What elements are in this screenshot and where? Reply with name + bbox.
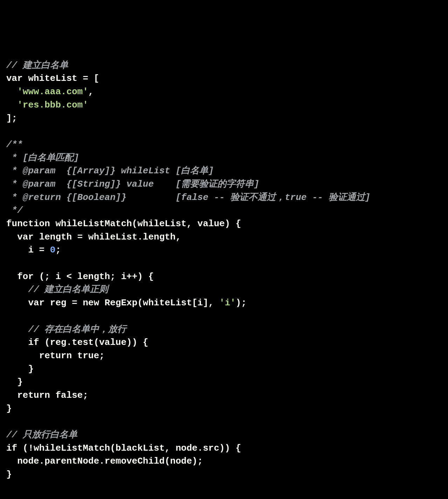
code-token: ]; (6, 113, 17, 124)
code-token: node.parentNode.removeChild(node); (6, 456, 203, 466)
code-line: * @return {[Boolean]} [false -- 验证不通过，tr… (6, 191, 442, 205)
code-token (50, 390, 56, 401)
code-line: function whileListMatch(whileList, value… (6, 217, 442, 231)
code-token: (reg.test(value)) { (39, 337, 148, 348)
code-token: * @param {[Array]} whileList [白名单] (6, 166, 214, 176)
code-line (6, 257, 442, 270)
code-token: } (6, 469, 12, 480)
code-line: } (6, 363, 442, 376)
code-token: 'res.bbb.com' (17, 100, 88, 110)
code-token (6, 298, 28, 308)
code-line: var whiteList = [ (6, 72, 442, 85)
code-line: // 存在白名单中，放行 (6, 323, 442, 337)
code-line: for (; i < length; i++) { (6, 270, 442, 284)
code-line: // 只放行白名单 (6, 429, 442, 442)
code-line: i = 0; (6, 244, 442, 257)
code-line: var reg = new RegExp(whiteList[i], 'i'); (6, 297, 442, 310)
code-line: // 建立白名单正则 (6, 283, 442, 297)
code-token: ; (55, 245, 61, 255)
code-line: if (reg.test(value)) { (6, 336, 442, 349)
code-token: } (6, 364, 34, 374)
code-token: * @return {[Boolean]} [false -- 验证不通过，tr… (6, 192, 370, 203)
code-line: if (!whileListMatch(blackList, node.src)… (6, 442, 442, 455)
code-line: // 建立白名单 (6, 59, 442, 72)
code-token: length = whileList.length, (34, 232, 181, 242)
code-line: * @param {[String]} value [需要验证的字符串] (6, 178, 442, 191)
code-line: * @param {[Array]} whileList [白名单] (6, 165, 442, 178)
code-token: // 存在白名单中，放行 (28, 324, 126, 335)
code-token: for (17, 271, 34, 282)
code-token (6, 86, 17, 97)
code-token: var (6, 73, 23, 84)
code-line: var length = whileList.length, (6, 231, 442, 244)
code-token: */ (6, 205, 23, 216)
code-token: var (28, 298, 44, 308)
code-token: (!whileListMatch(blackList, node.src)) { (17, 443, 241, 453)
code-token: // 建立白名单 (6, 60, 68, 71)
code-token (6, 284, 28, 295)
code-token: * [白名单匹配] (6, 153, 79, 163)
code-token (6, 271, 17, 282)
code-token: 0 (50, 245, 56, 255)
code-token: return (39, 351, 72, 361)
code-token: return (17, 390, 50, 401)
code-line: node.parentNode.removeChild(node); (6, 455, 442, 468)
code-token: , (88, 86, 94, 97)
code-line: /** (6, 138, 442, 152)
code-token (72, 351, 77, 361)
code-token: whileListMatch(whileList, value) { (50, 219, 241, 229)
code-token: if (28, 337, 39, 348)
code-line (6, 125, 442, 138)
code-token (6, 337, 28, 348)
code-token (6, 324, 28, 335)
code-line (6, 415, 442, 429)
code-token (6, 232, 17, 242)
code-line: * [白名单匹配] (6, 152, 442, 165)
code-token: reg = (44, 298, 83, 308)
code-token (6, 351, 39, 361)
code-token: i = (6, 245, 50, 255)
code-token: ; (83, 390, 88, 401)
code-line: return true; (6, 349, 442, 363)
code-line: return false; (6, 389, 442, 402)
code-token: (; i < length; i++) { (34, 271, 154, 282)
code-token: whiteList = [ (23, 73, 99, 84)
code-line: } (6, 376, 442, 389)
code-token: /** (6, 139, 23, 150)
code-line: 'res.bbb.com' (6, 99, 442, 112)
code-token: } (6, 377, 23, 387)
code-token: 'i' (219, 298, 236, 308)
code-token: } (6, 403, 12, 414)
code-token: RegExp(whiteList[i], (99, 298, 219, 308)
code-token: * @param {[String]} value [需要验证的字符串] (6, 179, 259, 189)
code-token: var (17, 232, 34, 242)
code-token: new (83, 298, 99, 308)
code-token: ); (236, 298, 246, 308)
code-token (6, 390, 17, 401)
code-line: } (6, 468, 442, 481)
code-block: // 建立白名单var whiteList = [ 'www.aaa.com',… (6, 59, 442, 481)
code-token: if (6, 443, 17, 453)
code-line: */ (6, 204, 442, 217)
code-line: ]; (6, 112, 442, 125)
code-line: } (6, 402, 442, 416)
code-token: false (55, 390, 83, 401)
code-token: // 只放行白名单 (6, 430, 77, 440)
code-token: function (6, 219, 50, 229)
code-token: true (77, 351, 99, 361)
code-token (6, 100, 17, 110)
code-token: ; (99, 351, 105, 361)
code-token: 'www.aaa.com' (17, 86, 88, 97)
code-line: 'www.aaa.com', (6, 85, 442, 99)
code-line (6, 310, 442, 323)
code-token: // 建立白名单正则 (28, 284, 108, 295)
